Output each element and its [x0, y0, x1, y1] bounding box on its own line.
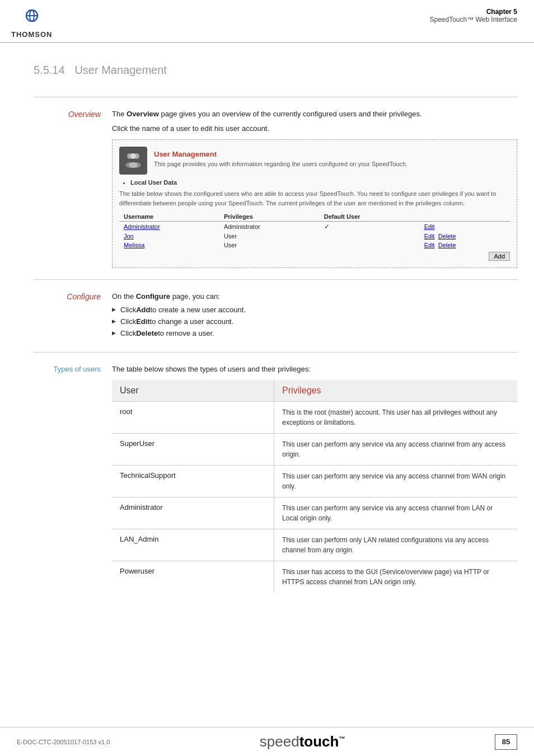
user-type-cell: LAN_Admin: [112, 529, 274, 561]
configure-content: On the Configure page, you can: Click Ad…: [112, 291, 517, 341]
users-mini-table: Username Privileges Default User Adminis…: [119, 212, 510, 250]
overview-para2: Click the name of a user to edit his use…: [112, 123, 517, 134]
col-user-header: User: [112, 380, 274, 402]
page-number: 85: [495, 734, 517, 750]
privileges-cell: This user can perform only LAN related c…: [274, 529, 517, 561]
jon-privileges: User: [219, 232, 320, 241]
user-type-cell: root: [112, 402, 274, 434]
admin-edit-link[interactable]: Edit: [424, 223, 435, 230]
user-type-cell: SuperUser: [112, 434, 274, 466]
main-content: 5.5.14 User Management Overview The Over…: [0, 43, 534, 621]
jon-edit-link[interactable]: Edit: [424, 233, 435, 240]
table-row: TechnicalSupport This user can perform a…: [112, 466, 517, 497]
screenshot-title-area: User Management This page provides you w…: [154, 150, 407, 172]
melissa-privileges: User: [219, 241, 320, 250]
col-username: Username: [119, 212, 219, 222]
table-row: SuperUser This user can perform any serv…: [112, 434, 517, 466]
add-button-row: Add: [119, 252, 510, 261]
screenshot-body: Local User Data The table below shows th…: [119, 179, 510, 261]
local-user-data-label: Local User Data: [130, 179, 510, 186]
title-prefix: 5.5.14: [34, 64, 65, 76]
table-row: LAN_Admin This user can perform only LAN…: [112, 529, 517, 561]
types-of-users-section: Types of users The table below shows the…: [34, 352, 517, 604]
col-privileges-header: Privileges: [274, 380, 517, 402]
user-type-cell: Poweruser: [112, 561, 274, 593]
privileges-cell: This user has access to the GUI (Service…: [274, 561, 517, 593]
privileges-cell: This user can perform any service via an…: [274, 434, 517, 466]
svg-point-8: [129, 162, 138, 168]
config-bullet-add: Click Add to create a new user account.: [112, 306, 517, 314]
user-type-cell: TechnicalSupport: [112, 466, 274, 497]
jon-delete-link[interactable]: Delete: [438, 233, 456, 240]
page-header: THOMSON Chapter 5 SpeedTouch™ Web Interf…: [0, 0, 534, 43]
melissa-delete-link[interactable]: Delete: [438, 242, 456, 248]
table-row: Administrator This user can perform any …: [112, 497, 517, 529]
thomson-logo-icon: [18, 8, 45, 29]
melissa-actions: Edit Delete: [420, 241, 510, 250]
footer-brand: speedtouch™: [110, 733, 495, 750]
screenshot-desc: This page provides you with information …: [154, 161, 407, 167]
admin-actions: Edit: [420, 222, 510, 232]
admin-default: ✓: [320, 222, 420, 232]
config-bullet-delete: Click Delete to remove a user.: [112, 329, 517, 337]
table-row: root This is the root (master) account. …: [112, 402, 517, 434]
users-privileges-table: User Privileges root This is the root (m…: [112, 380, 517, 593]
brand-tm: ™: [339, 735, 345, 742]
screenshot-title: User Management: [154, 150, 407, 158]
privileges-cell: This user can perform any service via an…: [274, 497, 517, 529]
title-text: User Management: [74, 64, 167, 76]
screenshot-header: User Management This page provides you w…: [119, 147, 510, 175]
table-row: Jon User Edit Delete: [119, 232, 510, 241]
brand-touch: touch™: [299, 733, 345, 750]
jon-actions: Edit Delete: [420, 232, 510, 241]
mini-table-header-row: Username Privileges Default User: [119, 212, 510, 222]
types-of-users-content: The table below shows the types of users…: [112, 364, 517, 593]
table-row: Poweruser This user has access to the GU…: [112, 561, 517, 593]
admin-privileges: Administrator: [219, 222, 320, 232]
privileges-cell: This is the root (master) account. This …: [274, 402, 517, 434]
table-row: Administrator Administrator ✓ Edit: [119, 222, 510, 232]
page-footer: E-DOC-CTC-20051017-0153 v1.0 speedtouch™…: [0, 727, 534, 756]
types-intro: The table below shows the types of users…: [112, 364, 517, 375]
chapter-info: Chapter 5 SpeedTouch™ Web Interface: [429, 8, 517, 24]
col-default-user: Default User: [320, 212, 420, 222]
local-user-bullet: Local User Data: [130, 179, 510, 186]
brand-speed: speed: [260, 733, 299, 750]
melissa-edit-link[interactable]: Edit: [424, 242, 435, 248]
chapter-number: Chapter 5: [429, 8, 517, 16]
page-title: 5.5.14 User Management: [34, 60, 517, 80]
users-svg-icon: [123, 151, 143, 171]
overview-content: The Overview page gives you an overview …: [112, 109, 517, 268]
table-row: Melissa User Edit Delete: [119, 241, 510, 250]
configure-label: Configure: [34, 291, 112, 301]
overview-section: Overview The Overview page gives you an …: [34, 97, 517, 279]
overview-label: Overview: [34, 109, 112, 119]
user-management-icon: [119, 147, 147, 175]
add-button[interactable]: Add: [489, 252, 510, 261]
privileges-cell: This user can perform any service via an…: [274, 466, 517, 497]
users-table-header-row: User Privileges: [112, 380, 517, 402]
user-type-cell: Administrator: [112, 497, 274, 529]
jon-link[interactable]: Jon: [124, 233, 134, 240]
types-of-users-label: Types of users: [34, 364, 112, 373]
col-actions: [420, 212, 510, 222]
table-description: The table below shows the configured use…: [119, 189, 510, 208]
melissa-link[interactable]: Melissa: [124, 242, 144, 248]
screenshot-box: User Management This page provides you w…: [112, 139, 517, 268]
overview-para1: The Overview page gives you an overview …: [112, 109, 517, 120]
configure-section: Configure On the Configure page, you can…: [34, 279, 517, 352]
logo-area: THOMSON: [11, 8, 52, 39]
configure-intro: On the Configure page, you can:: [112, 291, 517, 302]
chapter-subtitle: SpeedTouch™ Web Interface: [429, 16, 517, 24]
jon-default: [320, 232, 420, 241]
configure-bullets: Click Add to create a new user account. …: [112, 306, 517, 337]
svg-point-5: [130, 153, 136, 159]
logo-text: THOMSON: [11, 30, 52, 39]
config-bullet-edit: Click Edit to change a user account.: [112, 317, 517, 326]
admin-link[interactable]: Administrator: [124, 223, 160, 230]
melissa-default: [320, 241, 420, 250]
col-privileges: Privileges: [219, 212, 320, 222]
footer-doc-id: E-DOC-CTC-20051017-0153 v1.0: [17, 739, 110, 745]
